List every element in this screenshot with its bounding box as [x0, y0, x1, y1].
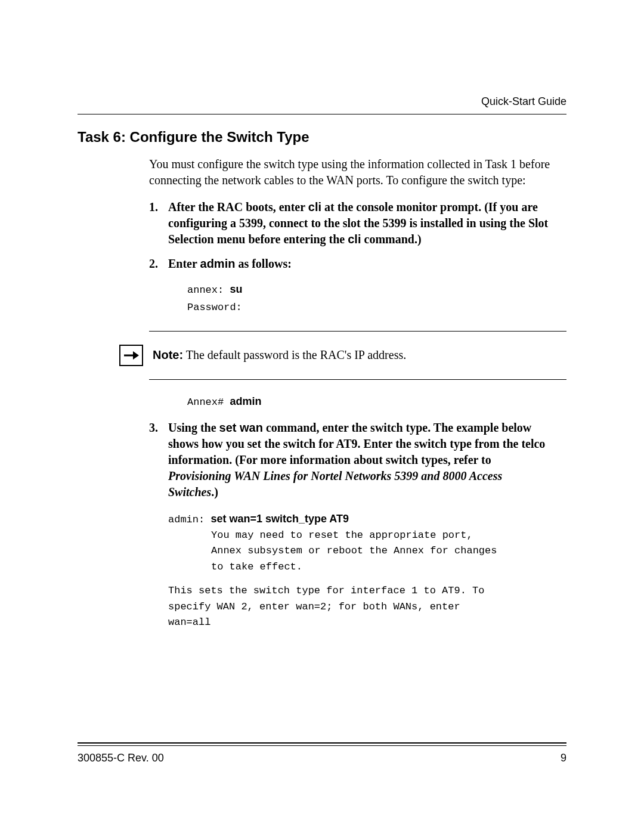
step-3-text: Using the set wan command, enter the swi… [168, 421, 545, 498]
step-3-setwan-kw: set wan [219, 421, 263, 434]
step-3-ref-title: Provisioning WAN Lines for Nortel Networ… [168, 469, 502, 498]
code-prompt: annex: [187, 284, 230, 296]
body-column: You must configure the switch type using… [149, 156, 555, 317]
code-line: to take effect. [168, 559, 566, 575]
svg-marker-1 [133, 351, 139, 360]
code-prompt: Annex# [187, 397, 230, 408]
step-3: Using the set wan command, enter the swi… [149, 420, 555, 500]
section-title: Task 6: Configure the Switch Type [78, 129, 566, 145]
step-1-text: After the RAC boots, enter cli at the co… [168, 200, 548, 246]
step-2-text: Enter admin as follows: [168, 257, 292, 270]
page-header: Quick-Start Guide [78, 95, 566, 114]
step-1: After the RAC boots, enter cli at the co… [149, 199, 555, 247]
note-text: Note: The default password is the RAC's … [153, 348, 406, 362]
step-1-post: command.) [361, 233, 422, 246]
step-2: Enter admin as follows: annex: su Passwo… [149, 256, 555, 317]
note-block: Note: The default password is the RAC's … [78, 331, 566, 380]
footer-rule-thin [78, 745, 566, 746]
footer-rule-thick [78, 742, 566, 744]
footer-row: 300855-C Rev. 00 9 [78, 752, 566, 764]
code-cmd: set wan=1 switch_type AT9 [210, 513, 349, 525]
doc-id: 300855-C Rev. 00 [78, 752, 164, 764]
code-prompt: admin: [168, 514, 210, 525]
code-line: Password: [187, 299, 555, 317]
step-2-post: as follows: [235, 257, 291, 270]
page-footer: 300855-C Rev. 00 9 [78, 742, 566, 764]
step-2-admin-kw: admin [200, 257, 236, 270]
step-2-code: annex: su Password: [187, 280, 555, 317]
step-3-code: admin: set wan=1 switch_type AT9 You may… [168, 511, 566, 575]
note-rule-bottom [149, 379, 566, 380]
note-body: The default password is the RAC's IP add… [183, 348, 406, 361]
page-number: 9 [561, 752, 566, 764]
code-line: You may need to reset the appropriate po… [168, 528, 566, 543]
step-3-explain: This sets the switch type for interface … [168, 583, 501, 630]
post-note-code: Annex# admin [187, 395, 566, 408]
step-list: After the RAC boots, enter cli at the co… [149, 199, 555, 317]
code-cmd: admin [230, 395, 261, 407]
code-cmd: su [230, 283, 242, 295]
page-content: Quick-Start Guide Task 6: Configure the … [0, 0, 644, 630]
note-label: Note: [153, 348, 183, 361]
intro-paragraph: You must configure the switch type using… [149, 156, 555, 188]
code-line: admin: set wan=1 switch_type AT9 [168, 511, 566, 528]
note-row: Note: The default password is the RAC's … [78, 332, 566, 379]
arrow-right-icon [119, 345, 143, 366]
step-3-post: .) [211, 485, 218, 498]
step-3-wrap: Using the set wan command, enter the swi… [149, 420, 555, 500]
code-line: Annex subsystem or reboot the Annex for … [168, 543, 566, 559]
step-1-pre: After the RAC boots, enter [168, 200, 308, 213]
step-1-cli-kw-2: cli [348, 233, 361, 246]
step-2-pre: Enter [168, 257, 200, 270]
code-line: annex: su [187, 280, 555, 299]
running-head: Quick-Start Guide [78, 95, 566, 108]
step-3-pre: Using the [168, 421, 219, 434]
step-1-cli-kw-1: cli [308, 200, 321, 213]
